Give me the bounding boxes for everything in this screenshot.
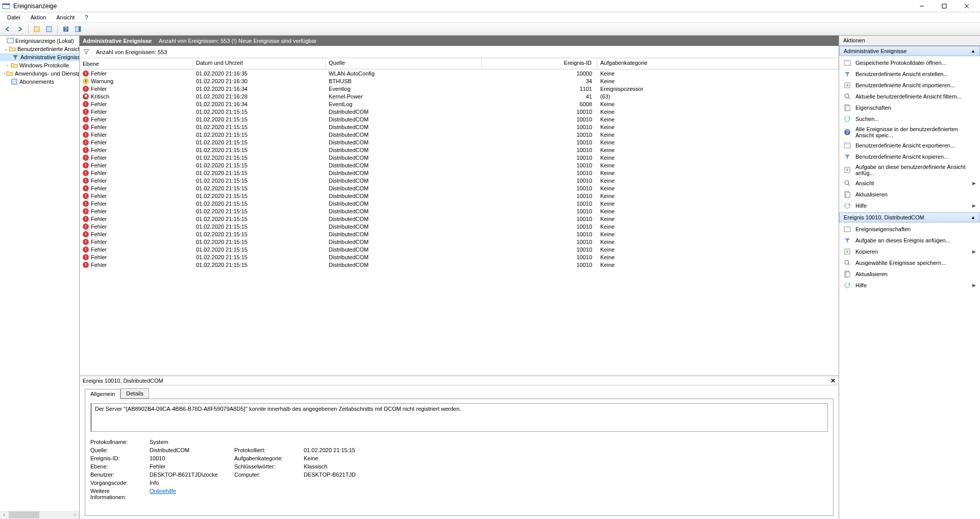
level-text: Fehler bbox=[91, 254, 107, 260]
forward-button[interactable] bbox=[14, 23, 26, 35]
action-item[interactable]: Benutzerdefinierte Ansicht exportieren..… bbox=[839, 140, 980, 151]
error-icon: ! bbox=[83, 70, 89, 77]
action-item[interactable]: ?Alle Ereignisse in der benutzerdefinier… bbox=[839, 125, 980, 140]
svg-rect-31 bbox=[844, 227, 850, 228]
detail-close-button[interactable]: ✕ bbox=[830, 377, 836, 384]
table-row[interactable]: !Fehler01.02.2020 21:15:15DistributedCOM… bbox=[80, 131, 839, 138]
actions-section-event[interactable]: Ereignis 10010, DistributedCOM ▲ bbox=[839, 212, 980, 223]
action-label: Benutzerdefinierte Ansicht kopieren... bbox=[855, 154, 948, 160]
action-item[interactable]: Aktuelle benutzerdefinierte Ansicht filt… bbox=[839, 91, 980, 102]
scroll-right-icon[interactable]: › bbox=[71, 511, 79, 518]
action-item[interactable]: Benutzerdefinierte Ansicht importieren..… bbox=[839, 80, 980, 91]
tree-subscriptions[interactable]: Abonnements bbox=[0, 78, 79, 86]
action-item[interactable]: Kopieren▶ bbox=[839, 246, 980, 257]
error-icon: ! bbox=[83, 162, 89, 168]
table-row[interactable]: !Fehler01.02.2020 21:15:15DistributedCOM… bbox=[80, 161, 839, 169]
table-row[interactable]: !Warnung01.02.2020 21:16:30BTHUSB34Keine bbox=[80, 77, 839, 85]
show-hide-tree-button[interactable] bbox=[31, 23, 42, 35]
table-row[interactable]: !Fehler01.02.2020 21:15:15DistributedCOM… bbox=[80, 146, 839, 154]
tree-horizontal-scrollbar[interactable]: ‹ › bbox=[0, 511, 79, 519]
menu-help[interactable]: ? bbox=[81, 13, 92, 21]
table-row[interactable]: !Fehler01.02.2020 21:15:15DistributedCOM… bbox=[80, 238, 839, 245]
table-row[interactable]: !Fehler01.02.2020 21:15:15DistributedCOM… bbox=[80, 115, 839, 123]
table-row[interactable]: !Fehler01.02.2020 21:16:35WLAN-AutoConfi… bbox=[80, 69, 839, 77]
svg-rect-24 bbox=[844, 143, 850, 144]
table-row[interactable]: !Fehler01.02.2020 21:15:15DistributedCOM… bbox=[80, 200, 839, 207]
table-row[interactable]: ✖Kritisch01.02.2020 21:16:28Kernel-Power… bbox=[80, 92, 839, 100]
submenu-arrow-icon: ▶ bbox=[972, 181, 976, 186]
table-row[interactable]: !Fehler01.02.2020 21:16:34EventLog6008Ke… bbox=[80, 100, 839, 108]
tree-admin-events[interactable]: Administrative Ereignisse bbox=[0, 53, 79, 61]
level-text: Warnung bbox=[91, 78, 113, 84]
action-item[interactable]: Hilfe▶ bbox=[839, 280, 980, 291]
table-row[interactable]: !Fehler01.02.2020 21:15:15DistributedCOM… bbox=[80, 223, 839, 230]
action-item[interactable]: Suchen... bbox=[839, 113, 980, 125]
table-row[interactable]: !Fehler01.02.2020 21:15:15DistributedCOM… bbox=[80, 169, 839, 177]
table-row[interactable]: !Fehler01.02.2020 21:15:15DistributedCOM… bbox=[80, 138, 839, 146]
tree-root[interactable]: Ereignisanzeige (Lokal) bbox=[0, 37, 79, 45]
table-row[interactable]: !Fehler01.02.2020 21:15:15DistributedCOM… bbox=[80, 184, 839, 192]
tab-general[interactable]: Allgemein bbox=[85, 389, 120, 399]
action-item[interactable]: Gespeicherte Protokolldatei öffnen... bbox=[839, 57, 980, 68]
actions-section-view[interactable]: Administrative Ereignisse ▲ bbox=[839, 46, 980, 56]
tree-custom-views[interactable]: ⌄ Benutzerdefinierte Ansichten bbox=[0, 45, 79, 53]
tree-app-service-logs[interactable]: › Anwendungs- und Dienstpro bbox=[0, 69, 79, 78]
column-datetime[interactable]: Datum und Uhrzeit bbox=[193, 58, 326, 69]
scroll-thumb[interactable] bbox=[9, 511, 39, 518]
view-title: Administrative Ereignisse bbox=[83, 38, 152, 44]
scroll-left-icon[interactable]: ‹ bbox=[0, 511, 8, 518]
table-row[interactable]: !Fehler01.02.2020 21:15:15DistributedCOM… bbox=[80, 207, 839, 215]
tree-windows-logs[interactable]: › Windows-Protokolle bbox=[0, 61, 79, 69]
menu-file[interactable]: Datei bbox=[3, 13, 24, 21]
action-pane-button[interactable] bbox=[72, 23, 84, 35]
cell-level: !Fehler bbox=[80, 239, 193, 245]
action-label: Hilfe bbox=[855, 282, 867, 288]
action-item[interactable]: Eigenschaften bbox=[839, 102, 980, 113]
table-row[interactable]: !Fehler01.02.2020 21:15:15DistributedCOM… bbox=[80, 253, 839, 261]
table-row[interactable]: !Fehler01.02.2020 21:15:15DistributedCOM… bbox=[80, 108, 839, 115]
level-text: Fehler bbox=[91, 86, 107, 92]
action-item[interactable]: Ereigniseigenschaften bbox=[839, 224, 980, 235]
column-source[interactable]: Quelle bbox=[326, 58, 482, 69]
action-item[interactable]: Ansicht▶ bbox=[839, 178, 980, 189]
tab-details[interactable]: Details bbox=[120, 388, 149, 399]
table-row[interactable]: !Fehler01.02.2020 21:15:15DistributedCOM… bbox=[80, 192, 839, 200]
table-row[interactable]: !Fehler01.02.2020 21:15:15DistributedCOM… bbox=[80, 215, 839, 223]
table-row[interactable]: !Fehler01.02.2020 21:15:15DistributedCOM… bbox=[80, 261, 839, 268]
action-item[interactable]: Aktualisieren bbox=[839, 189, 980, 200]
cell-level: !Fehler bbox=[80, 139, 193, 145]
table-row[interactable]: !Fehler01.02.2020 21:15:15DistributedCOM… bbox=[80, 177, 839, 184]
cell-category: Keine bbox=[597, 170, 839, 176]
table-row[interactable]: !Fehler01.02.2020 21:15:15DistributedCOM… bbox=[80, 230, 839, 238]
action-item[interactable]: Aufgabe an dieses Ereignis anfügen... bbox=[839, 235, 980, 246]
value-level: Fehler bbox=[150, 463, 231, 469]
table-row[interactable]: !Fehler01.02.2020 21:15:15DistributedCOM… bbox=[80, 123, 839, 131]
table-row[interactable]: !Fehler01.02.2020 21:15:15DistributedCOM… bbox=[80, 154, 839, 161]
cell-category: Keine bbox=[597, 216, 839, 222]
column-level[interactable]: Ebene bbox=[80, 58, 193, 69]
menu-action[interactable]: Aktion bbox=[27, 13, 51, 21]
help-button[interactable]: ? bbox=[60, 23, 71, 35]
event-rows-container[interactable]: !Fehler01.02.2020 21:16:35WLAN-AutoConfi… bbox=[80, 69, 839, 376]
online-help-link[interactable]: Onlinehilfe bbox=[150, 488, 176, 494]
column-category[interactable]: Aufgabenkategorie bbox=[597, 58, 839, 69]
back-button[interactable] bbox=[2, 23, 13, 35]
maximize-button[interactable] bbox=[933, 1, 955, 12]
action-item[interactable]: Aufgabe an diese benutzerdefinierte Ansi… bbox=[839, 162, 980, 178]
action-item[interactable]: Benutzerdefinierte Ansicht erstellen... bbox=[839, 68, 980, 80]
menu-view[interactable]: Ansicht bbox=[52, 13, 79, 21]
table-row[interactable]: !Fehler01.02.2020 21:16:34Eventlog1101Er… bbox=[80, 85, 839, 92]
minimize-button[interactable] bbox=[911, 1, 933, 12]
expand-icon[interactable]: › bbox=[4, 63, 10, 68]
action-item[interactable]: Hilfe▶ bbox=[839, 200, 980, 211]
value-opcode: Info bbox=[150, 480, 231, 486]
properties-button[interactable] bbox=[43, 23, 55, 35]
action-item[interactable]: Benutzerdefinierte Ansicht kopieren... bbox=[839, 151, 980, 162]
collapse-icon[interactable]: ⌄ bbox=[4, 46, 8, 52]
action-label: Alle Ereignisse in der benutzerdefiniert… bbox=[855, 126, 976, 138]
close-button[interactable] bbox=[955, 1, 978, 12]
table-row[interactable]: !Fehler01.02.2020 21:15:15DistributedCOM… bbox=[80, 245, 839, 253]
action-item[interactable]: Ausgewählte Ereignisse speichern... bbox=[839, 257, 980, 268]
column-event-id[interactable]: Ereignis-ID bbox=[482, 58, 597, 69]
action-item[interactable]: Aktualisieren bbox=[839, 268, 980, 280]
